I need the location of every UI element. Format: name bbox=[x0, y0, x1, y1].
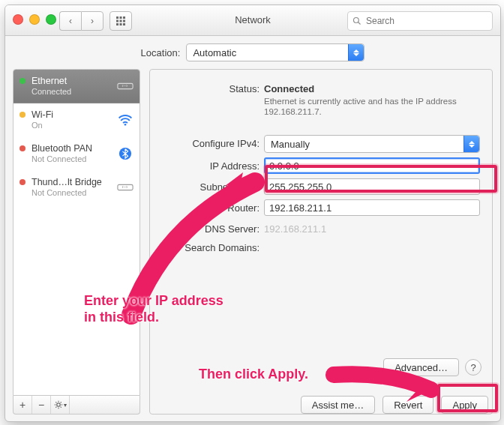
service-name: Ethernet bbox=[32, 76, 111, 86]
svg-rect-1 bbox=[120, 16, 122, 19]
location-label: Location: bbox=[141, 47, 181, 58]
service-thunderbolt-bridge[interactable]: Thund…lt Bridge Not Connected ‹··› bbox=[14, 171, 140, 205]
configure-ipv4-label: Configure IPv4: bbox=[162, 135, 264, 149]
service-status: On bbox=[32, 120, 111, 130]
apply-button[interactable]: Apply bbox=[441, 396, 488, 414]
services-list: Ethernet Connected ‹··› Wi-Fi On bbox=[13, 69, 140, 396]
minimize-window-button[interactable] bbox=[29, 14, 40, 25]
body: Ethernet Connected ‹··› Wi-Fi On bbox=[5, 69, 500, 422]
sidebar-toolbar: + − ▾ bbox=[13, 396, 140, 415]
status-dot-icon bbox=[20, 112, 26, 118]
back-button[interactable]: ‹ bbox=[59, 11, 81, 31]
bluetooth-icon bbox=[117, 147, 134, 160]
svg-line-25 bbox=[60, 402, 61, 403]
forward-button[interactable]: › bbox=[81, 11, 104, 31]
show-all-button[interactable] bbox=[110, 11, 132, 31]
service-ethernet[interactable]: Ethernet Connected ‹··› bbox=[14, 70, 140, 103]
svg-point-9 bbox=[354, 18, 359, 23]
search-domains-value bbox=[264, 239, 480, 242]
ethernet-icon: ‹··› bbox=[117, 79, 134, 93]
service-status: Not Connected bbox=[32, 187, 111, 198]
status-value: Connected bbox=[264, 80, 480, 94]
location-value: Automatic bbox=[193, 47, 236, 58]
svg-rect-4 bbox=[120, 20, 122, 22]
dns-server-value: 192.168.211.1 bbox=[264, 220, 480, 235]
svg-line-22 bbox=[56, 402, 56, 403]
service-name: Bluetooth PAN bbox=[32, 143, 111, 154]
svg-point-17 bbox=[56, 403, 60, 407]
location-dropdown[interactable]: Automatic bbox=[186, 43, 364, 61]
location-row: Location: Automatic bbox=[5, 36, 500, 69]
status-description: Ethernet is currently active and has the… bbox=[264, 96, 474, 117]
service-name: Wi-Fi bbox=[32, 109, 111, 120]
service-status: Connected bbox=[32, 86, 111, 97]
subnet-mask-input[interactable] bbox=[264, 178, 480, 195]
status-label: Status: bbox=[162, 80, 264, 94]
advanced-button[interactable]: Advanced… bbox=[383, 358, 459, 376]
svg-rect-6 bbox=[116, 23, 118, 25]
remove-service-button[interactable]: − bbox=[32, 396, 51, 414]
service-bluetooth-pan[interactable]: Bluetooth PAN Not Connected bbox=[14, 137, 140, 171]
svg-rect-5 bbox=[123, 20, 125, 22]
status-dot-icon bbox=[20, 78, 26, 84]
svg-rect-0 bbox=[116, 16, 118, 19]
service-actions-button[interactable]: ▾ bbox=[51, 396, 70, 414]
svg-point-13 bbox=[124, 124, 127, 126]
dns-server-label: DNS Server: bbox=[162, 220, 264, 235]
configure-ipv4-dropdown[interactable]: Manually bbox=[264, 135, 480, 153]
configure-ipv4-value: Manually bbox=[271, 139, 310, 150]
svg-rect-8 bbox=[123, 23, 125, 25]
close-window-button[interactable] bbox=[13, 14, 23, 25]
router-input[interactable] bbox=[264, 199, 480, 216]
help-button[interactable]: ? bbox=[465, 359, 482, 376]
service-name: Thund…lt Bridge bbox=[32, 177, 111, 187]
svg-line-10 bbox=[358, 22, 361, 25]
svg-rect-3 bbox=[116, 20, 118, 22]
search-input[interactable] bbox=[364, 15, 488, 27]
nav-buttons: ‹ › bbox=[59, 11, 132, 31]
window-controls bbox=[13, 14, 56, 25]
svg-rect-2 bbox=[123, 16, 125, 19]
service-wifi[interactable]: Wi-Fi On bbox=[14, 103, 140, 137]
chevron-down-icon: ▾ bbox=[64, 402, 67, 409]
search-field[interactable] bbox=[347, 11, 493, 31]
svg-text:‹··›: ‹··› bbox=[122, 83, 128, 88]
revert-button[interactable]: Revert bbox=[382, 396, 434, 414]
router-label: Router: bbox=[162, 199, 264, 214]
svg-line-23 bbox=[60, 407, 61, 408]
chevron-updown-icon bbox=[348, 44, 364, 61]
ip-address-label: IP Address: bbox=[162, 157, 264, 172]
svg-line-24 bbox=[56, 407, 56, 408]
footer-buttons: Assist me… Revert Apply bbox=[301, 396, 488, 414]
svg-rect-7 bbox=[120, 23, 122, 25]
wifi-icon bbox=[117, 113, 134, 127]
services-sidebar: Ethernet Connected ‹··› Wi-Fi On bbox=[13, 69, 140, 415]
assist-me-button[interactable]: Assist me… bbox=[301, 396, 375, 414]
preferences-window: ‹ › Network Location: Automatic bbox=[4, 4, 501, 422]
add-service-button[interactable]: + bbox=[14, 396, 32, 414]
service-status: Not Connected bbox=[32, 154, 111, 164]
detail-pane: Status: Connected Ethernet is currently … bbox=[149, 69, 493, 415]
status-dot-icon bbox=[20, 179, 26, 185]
gear-icon bbox=[54, 400, 63, 409]
search-icon bbox=[352, 16, 362, 25]
grid-icon bbox=[116, 16, 125, 25]
subnet-mask-label: Subnet Mask: bbox=[162, 178, 264, 193]
zoom-window-button[interactable] bbox=[46, 14, 56, 25]
svg-text:‹··›: ‹··› bbox=[122, 184, 128, 190]
search-domains-label: Search Domains: bbox=[162, 239, 264, 253]
ethernet-icon: ‹··› bbox=[117, 181, 134, 194]
status-dot-icon bbox=[20, 145, 26, 151]
chevron-updown-icon bbox=[464, 136, 479, 152]
ip-address-input[interactable] bbox=[264, 157, 480, 174]
titlebar: ‹ › Network bbox=[5, 5, 500, 36]
